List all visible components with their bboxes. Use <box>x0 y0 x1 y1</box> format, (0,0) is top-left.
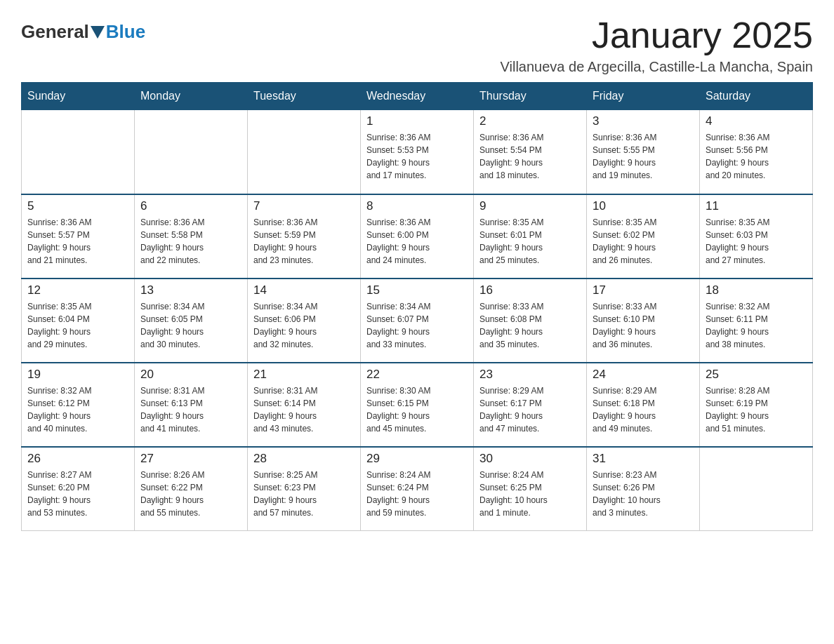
calendar-cell: 7Sunrise: 8:36 AM Sunset: 5:59 PM Daylig… <box>248 194 361 279</box>
calendar-cell: 28Sunrise: 8:25 AM Sunset: 6:23 PM Dayli… <box>248 447 361 531</box>
day-number: 21 <box>253 368 355 382</box>
day-number: 11 <box>706 199 807 213</box>
day-info: Sunrise: 8:24 AM Sunset: 6:24 PM Dayligh… <box>366 469 468 519</box>
logo: General Blue <box>21 14 145 43</box>
day-info: Sunrise: 8:29 AM Sunset: 6:18 PM Dayligh… <box>593 384 694 435</box>
calendar-cell: 30Sunrise: 8:24 AM Sunset: 6:25 PM Dayli… <box>474 447 587 531</box>
calendar-cell: 9Sunrise: 8:35 AM Sunset: 6:01 PM Daylig… <box>474 194 587 279</box>
calendar-cell <box>248 110 361 194</box>
day-number: 15 <box>366 283 468 297</box>
day-number: 8 <box>366 199 468 213</box>
calendar-cell: 29Sunrise: 8:24 AM Sunset: 6:24 PM Dayli… <box>361 447 474 531</box>
day-number: 4 <box>706 114 807 128</box>
day-info: Sunrise: 8:36 AM Sunset: 5:54 PM Dayligh… <box>479 131 581 182</box>
calendar-cell: 18Sunrise: 8:32 AM Sunset: 6:11 PM Dayli… <box>700 279 813 363</box>
calendar-cell: 16Sunrise: 8:33 AM Sunset: 6:08 PM Dayli… <box>474 279 587 363</box>
calendar-cell <box>700 447 813 531</box>
calendar-cell: 19Sunrise: 8:32 AM Sunset: 6:12 PM Dayli… <box>22 363 135 447</box>
calendar-week-row: 5Sunrise: 8:36 AM Sunset: 5:57 PM Daylig… <box>22 194 813 279</box>
calendar-week-row: 19Sunrise: 8:32 AM Sunset: 6:12 PM Dayli… <box>22 363 813 447</box>
day-number: 20 <box>140 368 241 382</box>
weekday-header-tuesday: Tuesday <box>248 83 361 110</box>
weekday-header-thursday: Thursday <box>474 83 587 110</box>
day-number: 6 <box>140 199 241 213</box>
day-number: 22 <box>366 368 468 382</box>
weekday-header-wednesday: Wednesday <box>361 83 474 110</box>
day-info: Sunrise: 8:32 AM Sunset: 6:11 PM Dayligh… <box>706 300 807 351</box>
calendar-cell: 5Sunrise: 8:36 AM Sunset: 5:57 PM Daylig… <box>22 194 135 279</box>
calendar-cell <box>22 110 135 194</box>
day-info: Sunrise: 8:36 AM Sunset: 5:59 PM Dayligh… <box>253 216 355 267</box>
calendar-cell: 22Sunrise: 8:30 AM Sunset: 6:15 PM Dayli… <box>361 363 474 447</box>
day-number: 26 <box>27 452 128 466</box>
calendar-cell: 10Sunrise: 8:35 AM Sunset: 6:02 PM Dayli… <box>587 194 700 279</box>
calendar-cell: 21Sunrise: 8:31 AM Sunset: 6:14 PM Dayli… <box>248 363 361 447</box>
day-number: 7 <box>253 199 355 213</box>
day-info: Sunrise: 8:36 AM Sunset: 5:57 PM Dayligh… <box>27 216 128 267</box>
day-number: 29 <box>366 452 468 466</box>
weekday-header-row: SundayMondayTuesdayWednesdayThursdayFrid… <box>22 83 813 110</box>
day-number: 3 <box>593 114 694 128</box>
day-number: 18 <box>706 283 807 297</box>
day-number: 5 <box>27 199 128 213</box>
day-number: 27 <box>140 452 241 466</box>
calendar-cell: 6Sunrise: 8:36 AM Sunset: 5:58 PM Daylig… <box>135 194 248 279</box>
calendar-cell: 1Sunrise: 8:36 AM Sunset: 5:53 PM Daylig… <box>361 110 474 194</box>
day-info: Sunrise: 8:36 AM Sunset: 6:00 PM Dayligh… <box>366 216 468 267</box>
day-info: Sunrise: 8:35 AM Sunset: 6:01 PM Dayligh… <box>479 216 581 267</box>
weekday-header-saturday: Saturday <box>700 83 813 110</box>
day-info: Sunrise: 8:36 AM Sunset: 5:55 PM Dayligh… <box>593 131 694 182</box>
day-number: 10 <box>593 199 694 213</box>
calendar-cell: 8Sunrise: 8:36 AM Sunset: 6:00 PM Daylig… <box>361 194 474 279</box>
day-number: 24 <box>593 368 694 382</box>
weekday-header-sunday: Sunday <box>22 83 135 110</box>
day-info: Sunrise: 8:32 AM Sunset: 6:12 PM Dayligh… <box>27 384 128 435</box>
day-info: Sunrise: 8:31 AM Sunset: 6:13 PM Dayligh… <box>140 384 241 435</box>
day-number: 12 <box>27 283 128 297</box>
logo-arrow-icon <box>91 26 105 39</box>
day-info: Sunrise: 8:36 AM Sunset: 5:58 PM Dayligh… <box>140 216 241 267</box>
day-info: Sunrise: 8:31 AM Sunset: 6:14 PM Dayligh… <box>253 384 355 435</box>
day-info: Sunrise: 8:33 AM Sunset: 6:08 PM Dayligh… <box>479 300 581 351</box>
calendar-cell: 11Sunrise: 8:35 AM Sunset: 6:03 PM Dayli… <box>700 194 813 279</box>
day-info: Sunrise: 8:30 AM Sunset: 6:15 PM Dayligh… <box>366 384 468 435</box>
calendar-cell: 23Sunrise: 8:29 AM Sunset: 6:17 PM Dayli… <box>474 363 587 447</box>
day-info: Sunrise: 8:33 AM Sunset: 6:10 PM Dayligh… <box>593 300 694 351</box>
day-number: 19 <box>27 368 128 382</box>
day-number: 16 <box>479 283 581 297</box>
calendar-cell: 2Sunrise: 8:36 AM Sunset: 5:54 PM Daylig… <box>474 110 587 194</box>
month-title: January 2025 <box>501 14 813 56</box>
calendar-cell: 13Sunrise: 8:34 AM Sunset: 6:05 PM Dayli… <box>135 279 248 363</box>
day-number: 30 <box>479 452 581 466</box>
calendar-cell: 25Sunrise: 8:28 AM Sunset: 6:19 PM Dayli… <box>700 363 813 447</box>
calendar-cell: 15Sunrise: 8:34 AM Sunset: 6:07 PM Dayli… <box>361 279 474 363</box>
day-number: 25 <box>706 368 807 382</box>
day-info: Sunrise: 8:35 AM Sunset: 6:03 PM Dayligh… <box>706 216 807 267</box>
day-number: 23 <box>479 368 581 382</box>
calendar-cell: 24Sunrise: 8:29 AM Sunset: 6:18 PM Dayli… <box>587 363 700 447</box>
day-info: Sunrise: 8:28 AM Sunset: 6:19 PM Dayligh… <box>706 384 807 435</box>
day-number: 14 <box>253 283 355 297</box>
day-info: Sunrise: 8:35 AM Sunset: 6:02 PM Dayligh… <box>593 216 694 267</box>
logo-general-text: General <box>21 21 89 43</box>
weekday-header-monday: Monday <box>135 83 248 110</box>
calendar-cell: 27Sunrise: 8:26 AM Sunset: 6:22 PM Dayli… <box>135 447 248 531</box>
calendar-cell: 26Sunrise: 8:27 AM Sunset: 6:20 PM Dayli… <box>22 447 135 531</box>
day-info: Sunrise: 8:25 AM Sunset: 6:23 PM Dayligh… <box>253 469 355 519</box>
day-info: Sunrise: 8:35 AM Sunset: 6:04 PM Dayligh… <box>27 300 128 351</box>
day-info: Sunrise: 8:34 AM Sunset: 6:07 PM Dayligh… <box>366 300 468 351</box>
day-number: 9 <box>479 199 581 213</box>
calendar-cell: 4Sunrise: 8:36 AM Sunset: 5:56 PM Daylig… <box>700 110 813 194</box>
day-info: Sunrise: 8:24 AM Sunset: 6:25 PM Dayligh… <box>479 469 581 519</box>
location-title: Villanueva de Argecilla, Castille-La Man… <box>501 59 813 75</box>
day-number: 1 <box>366 114 468 128</box>
day-info: Sunrise: 8:36 AM Sunset: 5:53 PM Dayligh… <box>366 131 468 182</box>
day-info: Sunrise: 8:36 AM Sunset: 5:56 PM Dayligh… <box>706 131 807 182</box>
calendar-table: SundayMondayTuesdayWednesdayThursdayFrid… <box>21 82 813 531</box>
calendar-cell: 20Sunrise: 8:31 AM Sunset: 6:13 PM Dayli… <box>135 363 248 447</box>
day-number: 13 <box>140 283 241 297</box>
day-number: 28 <box>253 452 355 466</box>
calendar-cell <box>135 110 248 194</box>
calendar-week-row: 26Sunrise: 8:27 AM Sunset: 6:20 PM Dayli… <box>22 447 813 531</box>
calendar-cell: 3Sunrise: 8:36 AM Sunset: 5:55 PM Daylig… <box>587 110 700 194</box>
